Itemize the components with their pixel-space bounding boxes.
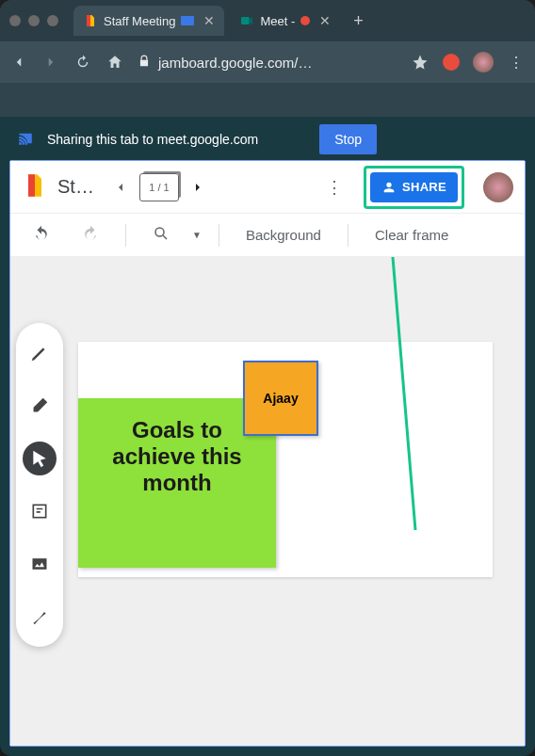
url-field[interactable]: jamboard.google.com/… bbox=[138, 55, 397, 71]
more-menu-button[interactable]: ⋮ bbox=[320, 177, 349, 198]
traffic-light-min[interactable] bbox=[28, 15, 40, 26]
image-tool[interactable] bbox=[23, 547, 57, 581]
stop-sharing-button[interactable]: Stop bbox=[319, 124, 377, 154]
next-frame-button[interactable] bbox=[185, 174, 211, 201]
svg-rect-3 bbox=[33, 558, 47, 570]
home-button[interactable] bbox=[105, 53, 124, 72]
chevron-down-icon[interactable]: ▼ bbox=[192, 230, 202, 240]
window-controls[interactable] bbox=[9, 15, 58, 26]
redo-button[interactable] bbox=[73, 221, 108, 249]
undo-button[interactable] bbox=[24, 221, 59, 249]
separator bbox=[125, 224, 126, 247]
frame-navigator: 1 / 1 bbox=[107, 173, 211, 201]
jamboard-icon bbox=[83, 13, 98, 28]
zoom-button[interactable] bbox=[143, 221, 179, 249]
sticky-note-tool[interactable] bbox=[23, 494, 57, 528]
jamboard-app: St… 1 / 1 ⋮ SHARE bbox=[9, 160, 526, 747]
pen-tool[interactable] bbox=[23, 336, 57, 370]
separator bbox=[219, 224, 219, 247]
svg-rect-0 bbox=[241, 17, 250, 24]
laser-tool[interactable] bbox=[23, 600, 57, 634]
sticky-note-orange[interactable]: Ajaay bbox=[243, 361, 318, 436]
background-button[interactable]: Background bbox=[236, 223, 331, 247]
prev-frame-button[interactable] bbox=[107, 174, 134, 201]
lock-icon bbox=[138, 55, 151, 71]
eraser-tool[interactable] bbox=[23, 389, 57, 423]
star-icon[interactable] bbox=[411, 53, 430, 72]
menu-icon[interactable]: ⋮ bbox=[507, 53, 526, 72]
select-tool[interactable] bbox=[23, 442, 57, 475]
close-icon[interactable]: ✕ bbox=[203, 13, 215, 28]
share-button[interactable]: SHARE bbox=[370, 172, 458, 202]
traffic-light-close[interactable] bbox=[9, 15, 21, 26]
recording-icon bbox=[300, 16, 310, 25]
meet-icon bbox=[239, 13, 254, 28]
toolbar: ▼ Background Clear frame bbox=[10, 214, 525, 257]
browser-tab-meet[interactable]: Meet - ✕ bbox=[230, 6, 340, 36]
tab-title: Meet - bbox=[260, 14, 295, 28]
address-bar: jamboard.google.com/… ⋮ bbox=[0, 41, 535, 83]
svg-point-1 bbox=[155, 228, 164, 236]
tab-sharing-bar: Sharing this tab to meet.google.com Stop bbox=[0, 117, 535, 162]
frame-canvas[interactable]: Goals to achieve this month Ajaay bbox=[78, 342, 493, 577]
share-highlight: SHARE bbox=[364, 166, 464, 209]
bookmarks-bar bbox=[0, 83, 535, 117]
forward-button[interactable] bbox=[41, 53, 60, 72]
tab-title: Staff Meeting bbox=[104, 14, 175, 28]
separator bbox=[348, 224, 349, 247]
jamboard-logo-icon bbox=[22, 172, 48, 202]
reload-button[interactable] bbox=[73, 53, 92, 72]
url-text: jamboard.google.com/… bbox=[158, 55, 312, 71]
app-header: St… 1 / 1 ⋮ SHARE bbox=[10, 161, 525, 214]
extension-icon[interactable] bbox=[443, 54, 460, 71]
sharing-text: Sharing this tab to meet.google.com bbox=[47, 132, 258, 147]
tool-rail bbox=[16, 323, 63, 647]
person-add-icon bbox=[381, 180, 397, 195]
screen-share-icon bbox=[181, 16, 194, 25]
profile-avatar[interactable] bbox=[473, 52, 494, 72]
back-button[interactable] bbox=[9, 53, 28, 72]
frame-counter[interactable]: 1 / 1 bbox=[139, 173, 179, 201]
window-titlebar: Staff Meeting ✕ Meet - ✕ + bbox=[0, 0, 535, 41]
browser-tab-jamboard[interactable]: Staff Meeting ✕ bbox=[73, 6, 224, 36]
account-avatar[interactable] bbox=[483, 172, 513, 202]
canvas-area[interactable]: Goals to achieve this month Ajaay bbox=[10, 257, 525, 746]
traffic-light-max[interactable] bbox=[47, 15, 58, 26]
cast-icon bbox=[17, 130, 34, 150]
new-tab-button[interactable]: + bbox=[346, 11, 371, 31]
close-icon[interactable]: ✕ bbox=[319, 13, 331, 28]
document-title[interactable]: St… bbox=[57, 176, 94, 198]
clear-frame-button[interactable]: Clear frame bbox=[365, 223, 458, 247]
